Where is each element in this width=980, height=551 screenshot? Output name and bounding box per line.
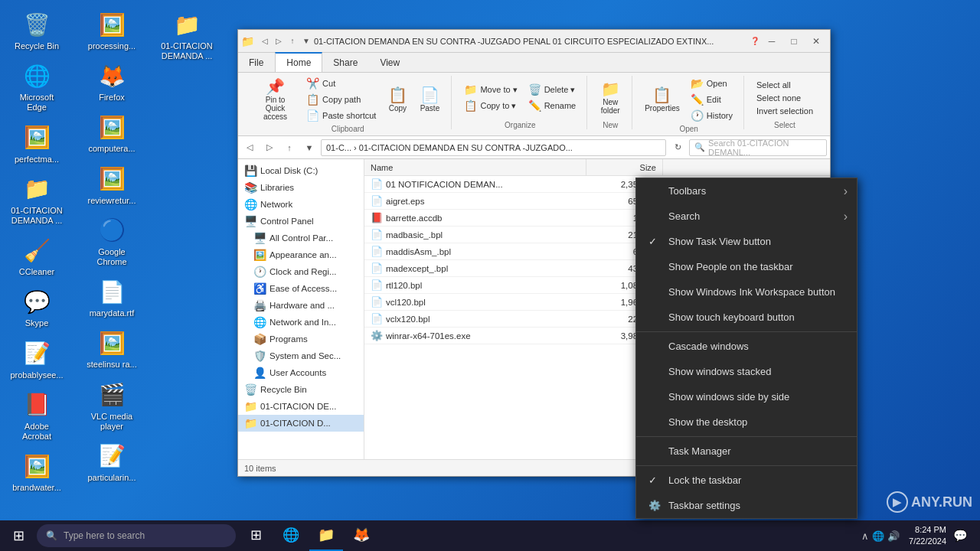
paste-shortcut-button[interactable]: 📄 Paste shortcut xyxy=(302,108,381,123)
sidebar-item-hardware[interactable]: 🖨️ Hardware and ... xyxy=(238,297,364,314)
nav-forward[interactable]: ▷ xyxy=(261,139,278,156)
help-btn[interactable]: ❓ xyxy=(749,35,761,47)
select-all-button[interactable]: Select all xyxy=(752,79,818,91)
desktop-icon-brandwater[interactable]: 🖼️ brandwater... xyxy=(6,448,67,496)
ctx-item-show-desktop[interactable]: Show the desktop xyxy=(636,409,857,435)
sidebar-item-programs[interactable]: 📦 Programs xyxy=(238,331,364,347)
sidebar-item-citacion-de[interactable]: 📁 01-CITACION DE... xyxy=(238,398,364,415)
sidebar-item-appearance[interactable]: 🖼️ Appearance an... xyxy=(238,246,364,263)
paste-button[interactable]: 📄 Paste xyxy=(414,86,445,114)
nav-back[interactable]: ◁ xyxy=(241,139,258,156)
ctx-item-search[interactable]: Search xyxy=(636,204,857,229)
delete-button[interactable]: 🗑️ Delete ▾ xyxy=(524,82,581,97)
refresh-btn[interactable]: ↻ xyxy=(669,139,686,156)
tab-view[interactable]: View xyxy=(369,53,411,72)
sidebar-item-citacion-d2[interactable]: 📁 01-CITACION D... xyxy=(238,415,364,432)
pin-quick-access-button[interactable]: 📌 Pin to Quickaccess xyxy=(250,77,300,122)
ctx-item-cascade[interactable]: Cascade windows xyxy=(636,334,857,359)
sidebar-item-libraries[interactable]: 📚 Libraries xyxy=(238,179,364,196)
sidebar-item-network[interactable]: 🌐 Network xyxy=(238,196,364,213)
desktop-icon-reviewretur[interactable]: 🖼️ reviewretur... xyxy=(81,161,142,209)
sidebar-item-network-internet[interactable]: 🌐 Network and In... xyxy=(238,314,364,331)
search-box[interactable]: 🔍 Search 01-CITACION DEMANL... xyxy=(689,139,827,156)
start-button[interactable]: ⊞ xyxy=(3,520,34,551)
col-size[interactable]: Size xyxy=(586,159,663,175)
move-to-button[interactable]: 📁 Move to ▾ xyxy=(459,82,521,97)
desktop-icon-vlc[interactable]: 🎬 VLC media player xyxy=(81,377,142,435)
desktop-icon-microsoft-edge[interactable]: 🌐 Microsoft Edge xyxy=(6,57,67,116)
address-path[interactable]: 01-C... › 01-CITACION DEMANDA EN SU CONT… xyxy=(321,139,666,156)
taskbar-btn-task-view[interactable]: ⊞ xyxy=(239,520,273,551)
forward-btn[interactable]: ▷ xyxy=(273,35,285,47)
ctx-item-show-touch[interactable]: Show touch keyboard button xyxy=(636,305,857,330)
copy-to-button[interactable]: 📋 Copy to ▾ xyxy=(459,98,521,113)
edit-button[interactable]: ✏️ Edit xyxy=(686,92,737,107)
cut-button[interactable]: ✂️ Cut xyxy=(302,76,381,91)
desktop-icon-skype[interactable]: 💬 Skype xyxy=(6,283,67,331)
file-icon-barrette: 📕 xyxy=(371,212,383,223)
desktop-icon-perfectma[interactable]: 🖼️ perfectma... xyxy=(6,119,67,168)
close-btn[interactable]: ✕ xyxy=(805,31,827,52)
desktop-icon-google-chrome[interactable]: 🔵 Google Chrome xyxy=(81,212,142,270)
copy-button[interactable]: 📋 Copy xyxy=(382,86,413,114)
properties-button[interactable]: 📋 Properties xyxy=(640,86,684,114)
desktop-icon-steelinsu[interactable]: 🖼️ steelinsu ra... xyxy=(81,324,142,373)
desktop-icon-firefox[interactable]: 🦊 Firefox xyxy=(81,57,142,106)
maximize-btn[interactable]: □ xyxy=(783,31,805,52)
taskbar-btn-firefox-task[interactable]: 🦊 xyxy=(345,520,378,551)
ctx-item-task-manager[interactable]: Task Manager xyxy=(636,439,857,464)
desktop-icon-processing[interactable]: 🖼️ processing... xyxy=(81,6,142,54)
sidebar-item-ease-of-access[interactable]: ♿ Ease of Access... xyxy=(238,280,364,297)
ctx-item-toolbars[interactable]: Toolbars xyxy=(636,178,857,204)
desktop-icon-particularin[interactable]: 📝 particularin... xyxy=(81,438,142,486)
up-btn[interactable]: ↑ xyxy=(286,35,299,47)
ctx-item-show-people[interactable]: Show People on the taskbar xyxy=(636,254,857,279)
select-none-button[interactable]: Select none xyxy=(752,92,818,104)
clock[interactable]: 8:24 PM 7/22/2024 xyxy=(909,524,946,548)
desktop-icon-computera[interactable]: 🖼️ computera... xyxy=(81,109,142,157)
tab-share[interactable]: Share xyxy=(322,53,369,72)
desktop-icon-01citacion2[interactable]: 📁 01-CITACION DEMANDA ... xyxy=(156,6,217,64)
sidebar-item-control-panel[interactable]: 🖥️ Control Panel xyxy=(238,213,364,230)
taskbar-btn-folder[interactable]: 📁 xyxy=(309,520,343,551)
taskbar-btn-icon-task-view: ⊞ xyxy=(250,527,262,543)
ctx-item-side-by-side[interactable]: Show windows side by side xyxy=(636,384,857,409)
minimize-btn[interactable]: ─ xyxy=(761,31,782,52)
network-icon[interactable]: 🌐 xyxy=(872,530,884,542)
desktop-icon-citacion-demanda[interactable]: 📁 01-CITACION DEMANDA ... xyxy=(6,171,67,229)
sidebar-item-local-disk[interactable]: 💾 Local Disk (C:) xyxy=(238,162,364,179)
desktop-icon-ccleaner[interactable]: 🧹 CCleaner xyxy=(6,232,67,280)
new-folder-button[interactable]: 📁 Newfolder xyxy=(595,80,626,116)
desktop-icon-adobe-acrobat[interactable]: 📕 Adobe Acrobat xyxy=(6,386,67,445)
tray-arrow[interactable]: ∧ xyxy=(861,530,869,542)
sidebar-item-recycle-bin-sidebar[interactable]: 🗑️ Recycle Bin xyxy=(238,381,364,398)
rename-button[interactable]: ✏️ Rename xyxy=(524,98,581,113)
invert-selection-button[interactable]: Invert selection xyxy=(752,105,818,117)
taskbar-btn-edge[interactable]: 🌐 xyxy=(274,520,308,551)
copy-path-button[interactable]: 📋 Copy path xyxy=(302,92,381,107)
sidebar-item-clock-region[interactable]: 🕐 Clock and Regi... xyxy=(238,263,364,280)
tab-home[interactable]: Home xyxy=(275,52,322,72)
volume-icon[interactable]: 🔊 xyxy=(887,530,900,542)
sidebar-item-system-security[interactable]: 🛡️ System and Sec... xyxy=(238,347,364,364)
desktop-icon-recycle-bin[interactable]: 🗑️ Recycle Bin xyxy=(6,6,67,54)
recent-locations[interactable]: ▼ xyxy=(301,139,318,156)
ctx-item-lock-taskbar[interactable]: ✓ Lock the taskbar xyxy=(636,468,857,493)
nav-up[interactable]: ↑ xyxy=(281,139,298,156)
taskbar-search[interactable]: 🔍 Type here to search xyxy=(37,524,236,547)
ctx-item-show-task-view[interactable]: ✓ Show Task View button xyxy=(636,229,857,254)
sidebar-item-all-control[interactable]: 🖥️ All Control Par... xyxy=(238,230,364,246)
history-button[interactable]: 🕐 History xyxy=(686,108,737,123)
ctx-item-stacked[interactable]: Show windows stacked xyxy=(636,359,857,384)
tab-file[interactable]: File xyxy=(238,53,275,72)
open-button[interactable]: 📂 Open xyxy=(686,76,737,91)
ctx-item-taskbar-settings[interactable]: ⚙️ Taskbar settings xyxy=(636,493,857,518)
recent-btn[interactable]: ▼ xyxy=(300,35,312,47)
notification-button[interactable]: 💬 xyxy=(949,520,971,551)
desktop-icon-marydata[interactable]: 📄 marydata.rtf xyxy=(81,273,142,321)
col-name[interactable]: Name xyxy=(364,159,586,175)
desktop-icon-probablysee[interactable]: 📝 probablysee... xyxy=(6,335,67,383)
back-btn[interactable]: ◁ xyxy=(259,35,271,47)
ctx-item-show-ink[interactable]: Show Windows Ink Workspace button xyxy=(636,279,857,305)
sidebar-item-user-accounts[interactable]: 👤 User Accounts xyxy=(238,364,364,381)
